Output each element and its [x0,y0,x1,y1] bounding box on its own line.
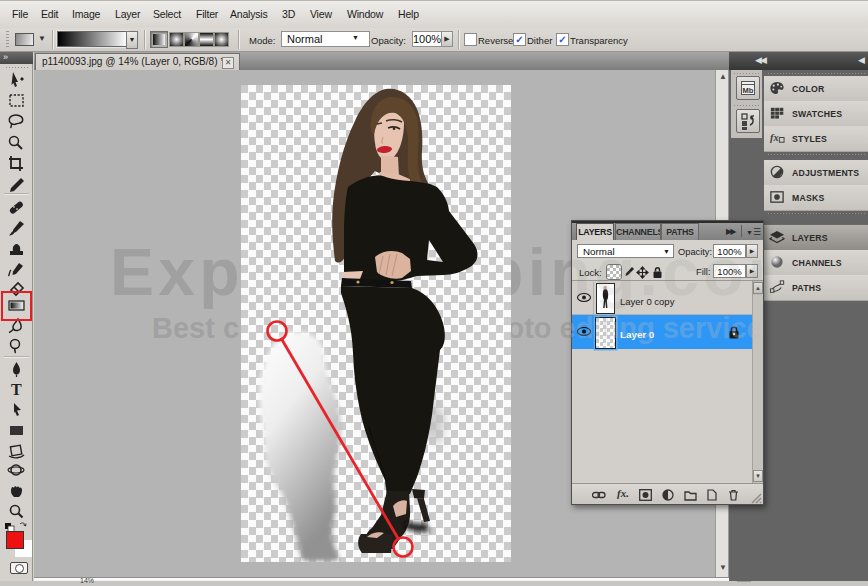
svg-text:Mb: Mb [743,86,754,95]
svg-text:T: T [11,381,22,398]
svg-text:fx: fx [770,132,779,143]
